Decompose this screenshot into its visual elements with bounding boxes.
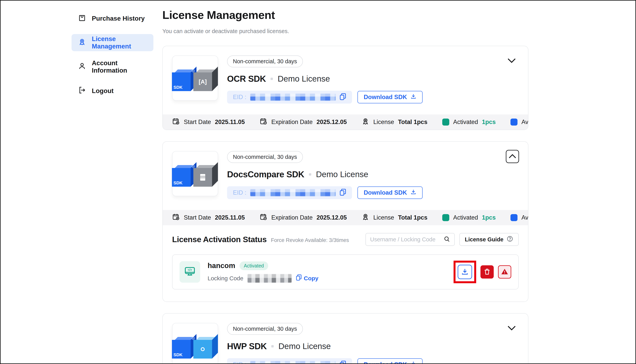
available-stat: Available 0pcs xyxy=(510,214,528,221)
shopping-bag-icon xyxy=(78,14,86,23)
license-term-badge: Non-commercial, 30 days xyxy=(227,151,303,163)
logout-arrow-icon xyxy=(78,86,86,96)
start-date-stat: Start Date 2025.11.05 xyxy=(172,118,245,127)
sidebar: Purchase History License Management Acco… xyxy=(72,10,153,100)
download-license-button[interactable] xyxy=(458,265,472,279)
sidebar-item-account-information[interactable]: Account Information xyxy=(72,58,153,75)
license-term-badge: Non-commercial, 30 days xyxy=(227,56,303,67)
download-icon xyxy=(410,361,416,364)
eid-label: EID : xyxy=(233,94,246,101)
eid-label: EID : xyxy=(233,189,246,196)
sdk-cubes-illustration: SDK◎ xyxy=(172,334,218,359)
copy-icon[interactable] xyxy=(340,93,346,101)
license-type: Demo License xyxy=(316,170,368,179)
activation-actions xyxy=(454,261,511,283)
sdk-cubes-illustration: SDK◎ xyxy=(172,162,218,187)
download-sdk-button[interactable]: Download SDK xyxy=(357,358,422,364)
copy-icon xyxy=(296,274,302,282)
ocr-scan-glyph: [A] xyxy=(193,72,212,91)
warning-triangle-icon xyxy=(501,268,509,276)
award-ribbon-icon xyxy=(78,38,86,47)
dot-separator xyxy=(271,345,274,348)
person-icon xyxy=(78,62,86,72)
award-ribbon-icon xyxy=(362,118,369,127)
license-stats-bar: Start Date 2025.11.05 Expiration Date 20… xyxy=(163,210,528,225)
sidebar-item-label: Logout xyxy=(92,87,114,94)
calendar-minus-icon xyxy=(260,213,267,222)
document-glyph xyxy=(193,168,212,187)
license-total-stat: License Total 1pcs xyxy=(362,213,428,222)
download-icon xyxy=(410,94,416,101)
product-name: HWP SDK xyxy=(227,342,267,351)
start-date-stat: Start Date 2025.11.05 xyxy=(172,213,245,222)
product-name: DocsCompare SDK xyxy=(227,170,304,179)
download-sdk-button[interactable]: Download SDK xyxy=(357,91,422,103)
collapse-card-button[interactable] xyxy=(506,150,519,163)
search-icon[interactable] xyxy=(444,236,450,243)
hwp-logo-glyph xyxy=(193,340,212,358)
chevron-down-icon xyxy=(507,328,516,331)
chevron-down-icon xyxy=(507,61,516,64)
page-title: License Management xyxy=(162,8,528,22)
expiration-date-stat: Expiration Date 2025.12.05 xyxy=(260,118,347,127)
eid-blurred-value xyxy=(250,361,336,364)
sidebar-item-purchase-history[interactable]: Purchase History xyxy=(72,10,153,27)
card-header: SDK◎ [A] Non-commercial, 30 days OCR SDK… xyxy=(163,46,528,114)
activation-status-heading: License Activation Status xyxy=(172,235,267,244)
license-activation-status-section: License Activation Status Force Revoke A… xyxy=(163,225,528,302)
eid-pill: EID : xyxy=(227,358,352,364)
chevron-up-icon xyxy=(509,154,516,160)
eid-pill: EID : xyxy=(227,186,352,199)
product-image: SDK◎ [A] xyxy=(172,56,218,101)
download-icon xyxy=(410,189,416,196)
monitor-code-icon: </> xyxy=(184,266,196,278)
activation-row: </> hancom Activated Locking Code xyxy=(172,254,519,290)
locking-code-label: Locking Code xyxy=(207,275,243,282)
calendar-plus-icon xyxy=(172,213,180,222)
copy-locking-code-button[interactable]: Copy xyxy=(296,274,318,282)
license-management-page: Purchase History License Management Acco… xyxy=(0,0,636,364)
expand-card-button[interactable] xyxy=(506,57,517,65)
sidebar-item-label: Purchase History xyxy=(92,15,145,22)
sidebar-item-license-management[interactable]: License Management xyxy=(72,34,153,51)
download-icon xyxy=(461,268,469,276)
copy-icon[interactable] xyxy=(340,188,346,197)
card-header: SDK◎ Non-commercial, 30 days DocsCompare… xyxy=(163,142,528,210)
eid-label: EID : xyxy=(233,361,246,364)
license-total-stat: License Total 1pcs xyxy=(362,118,428,127)
eid-blurred-value xyxy=(250,189,336,196)
eid-blurred-value xyxy=(250,94,336,101)
sidebar-item-logout[interactable]: Logout xyxy=(72,82,153,100)
calendar-minus-icon xyxy=(260,118,267,127)
force-revoke-note: Force Revoke Available: 3/3times xyxy=(271,237,349,243)
sidebar-item-label: License Management xyxy=(92,35,147,50)
license-term-badge: Non-commercial, 30 days xyxy=(227,323,303,335)
copy-icon[interactable] xyxy=(340,360,346,364)
dot-separator xyxy=(271,78,273,80)
expand-card-button[interactable] xyxy=(506,324,517,332)
activated-status-badge: Activated xyxy=(240,262,268,270)
expiration-date-stat: Expiration Date 2025.12.05 xyxy=(260,213,347,222)
license-card-ocr-sdk: SDK◎ [A] Non-commercial, 30 days OCR SDK… xyxy=(162,46,528,130)
product-image: SDK◎ xyxy=(172,151,218,196)
main-content: License Management You can activate or d… xyxy=(162,8,528,364)
sdk-cubes-illustration: SDK◎ [A] xyxy=(172,66,218,92)
license-guide-button[interactable]: License Guide xyxy=(459,233,519,246)
svg-text:</>: </> xyxy=(187,268,192,272)
revoke-license-button[interactable] xyxy=(481,265,494,278)
license-card-hwp-sdk: SDK◎ Non-commercial, 30 days HWP SDK Dem… xyxy=(162,313,528,364)
download-sdk-button[interactable]: Download SDK xyxy=(357,186,422,199)
available-stat: Available 0pcs xyxy=(510,118,528,126)
license-card-docscompare-sdk: SDK◎ Non-commercial, 30 days DocsCompare… xyxy=(162,141,528,302)
report-issue-button[interactable] xyxy=(498,265,511,278)
product-name: OCR SDK xyxy=(227,74,266,84)
award-ribbon-icon xyxy=(362,213,369,222)
card-header: SDK◎ Non-commercial, 30 days HWP SDK Dem… xyxy=(163,314,528,364)
eid-pill: EID : xyxy=(227,91,352,104)
dot-separator xyxy=(309,173,311,176)
question-circle-icon xyxy=(507,236,513,244)
activated-color-square xyxy=(442,214,449,221)
search-input[interactable] xyxy=(370,236,444,243)
calendar-plus-icon xyxy=(172,118,180,127)
locking-code-blurred-value xyxy=(248,274,292,283)
